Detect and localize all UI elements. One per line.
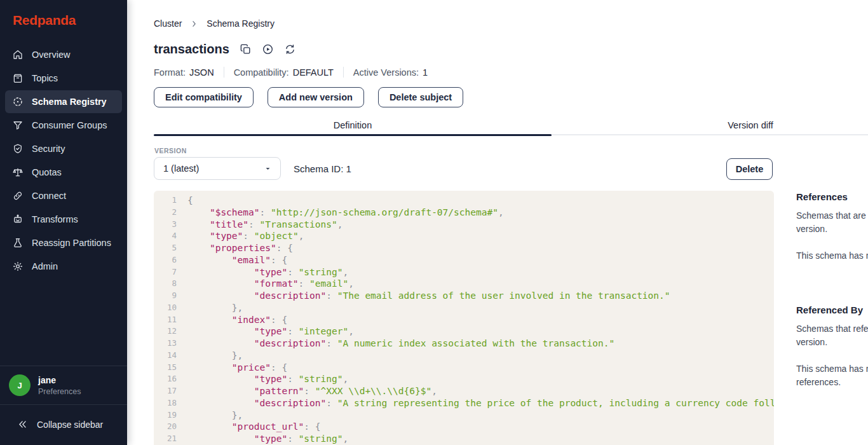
references-note: This schema has no references. [796,249,868,263]
code-line: 19 }, [154,409,774,421]
references-description: Schemas that are referenced by thisversi… [796,209,868,236]
code-line: 21 "type": "string", [154,433,774,445]
code-text: "type": "string", [187,433,348,445]
line-number: 7 [154,266,177,278]
robot-icon [12,214,24,225]
title-row: transactions [154,42,296,57]
line-number: 10 [154,302,177,314]
sidebar-item-schema-registry[interactable]: Schema Registry [5,90,122,113]
box-icon [12,72,24,84]
user-preferences-link[interactable]: Preferences [38,387,81,396]
references-section-referenced-by: Referenced BySchemas that reference this… [796,305,868,389]
code-text: "email": { [187,254,287,266]
meta-compatibility: Compatibility:DEFAULT [234,67,334,78]
sidebar-item-overview[interactable]: Overview [5,43,122,66]
text-line: This schema has no references. [796,249,868,263]
breadcrumb-item-cluster[interactable]: Cluster [154,18,182,29]
delete-subject-button[interactable]: Delete subject [378,87,463,107]
code-text: "description": "A numeric index associat… [187,338,614,350]
code-line: 1{ [154,195,774,207]
add-new-version-button[interactable]: Add new version [268,87,364,107]
meta-value: JSON [189,67,214,78]
page-title: transactions [154,42,229,57]
subject-meta: Format:JSONCompatibility:DEFAULTActive V… [154,67,428,78]
code-text: "pattern": "^XXX \\d+\\.\\d{6}$", [187,385,437,397]
sidebar-bottom: J jane Preferences Collapse sidebar [0,366,127,445]
sidebar: Redpanda OverviewTopicsSchema RegistryCo… [0,0,127,445]
edit-compatibility-button[interactable]: Edit compatibility [154,87,254,107]
code-text: "description": "A string representing th… [187,397,774,409]
code-line: 17 "pattern": "^XXX \\d+\\.\\d{6}$", [154,385,774,397]
tab-definition[interactable]: Definition [154,116,552,134]
collapse-sidebar-button[interactable]: Collapse sidebar [0,405,127,445]
copy-icon[interactable] [240,43,252,55]
sidebar-item-security[interactable]: Security [5,137,122,160]
shield-check-icon [12,143,24,154]
code-line: 9 "description": "The email address of t… [154,290,774,302]
meta-value: DEFAULT [293,67,334,78]
gear-icon [12,261,24,272]
refresh-icon[interactable] [284,43,296,55]
delete-version-button[interactable]: Delete [726,158,773,180]
code-line: 10 }, [154,302,774,314]
code-line: 15 "price": { [154,362,774,374]
schema-registry-icon [12,96,24,107]
code-line: 13 "description": "A numeric index assoc… [154,338,774,350]
line-number: 11 [154,314,177,326]
code-text: "properties": { [187,242,293,254]
double-chevron-left-icon [17,419,28,430]
redpanda-logo[interactable]: Redpanda [0,0,127,43]
divider [224,67,224,78]
meta-label: Active Versions: [353,67,419,78]
line-number: 21 [154,433,177,445]
code-text: "type": "integer", [187,325,354,338]
user-menu[interactable]: J jane Preferences [0,366,127,404]
line-number: 20 [154,421,177,433]
meta-format: Format:JSON [154,67,214,78]
sidebar-item-label: Overview [32,50,70,60]
line-number: 15 [154,362,177,374]
sidebar-item-transforms[interactable]: Transforms [5,208,122,231]
sidebar-item-quotas[interactable]: Quotas [5,161,122,184]
code-text: "description": "The email address of the… [187,290,670,302]
line-number: 3 [154,219,177,231]
avatar: J [9,374,31,396]
meta-active-versions: Active Versions:1 [353,67,428,78]
collapse-sidebar-label: Collapse sidebar [37,420,103,430]
sidebar-item-admin[interactable]: Admin [5,255,122,278]
breadcrumb-item-schema-registry[interactable]: Schema Registry [207,18,275,29]
code-line: 16 "type": "string", [154,373,774,385]
line-number: 5 [154,242,177,254]
sidebar-item-label: Transforms [32,214,78,224]
code-line: 4 "type": "object", [154,230,774,242]
code-line: 12 "type": "integer", [154,325,774,338]
sidebar-item-topics[interactable]: Topics [5,67,122,90]
play-circle-icon[interactable] [262,43,274,55]
schema-id-text: Schema ID: 1 [294,157,351,180]
code-text: "format": "email", [187,278,354,290]
line-number: 6 [154,254,177,266]
sidebar-item-label: Admin [32,261,58,271]
line-number: 16 [154,373,177,385]
code-line: 7 "type": "string", [154,266,774,278]
sidebar-item-consumer-groups[interactable]: Consumer Groups [5,114,122,137]
sidebar-item-label: Quotas [32,167,62,177]
code-text: }, [187,302,243,314]
sidebar-item-connect[interactable]: Connect [5,184,122,207]
code-line: 20 "product_url": { [154,421,774,433]
text-line: This schema has no incoming [796,362,868,376]
schema-code-editor[interactable]: 1{2 "$schema": "http://json-schema.org/d… [154,191,774,445]
line-number: 13 [154,338,177,350]
code-text: "index": { [187,314,287,326]
code-text: "product_url": { [187,421,321,433]
meta-label: Format: [154,67,186,78]
code-line: 2 "$schema": "http://json-schema.org/dra… [154,207,774,219]
version-select[interactable]: 1 (latest) [154,157,281,180]
sidebar-item-reassign-partitions[interactable]: Reassign Partitions [5,231,122,254]
sidebar-item-label: Consumer Groups [32,120,107,130]
tab-version-diff[interactable]: Version diff [552,116,868,134]
code-line: 14 }, [154,350,774,362]
code-text: "price": { [187,362,287,374]
meta-value: 1 [423,67,428,78]
sidebar-item-label: Schema Registry [32,97,107,107]
